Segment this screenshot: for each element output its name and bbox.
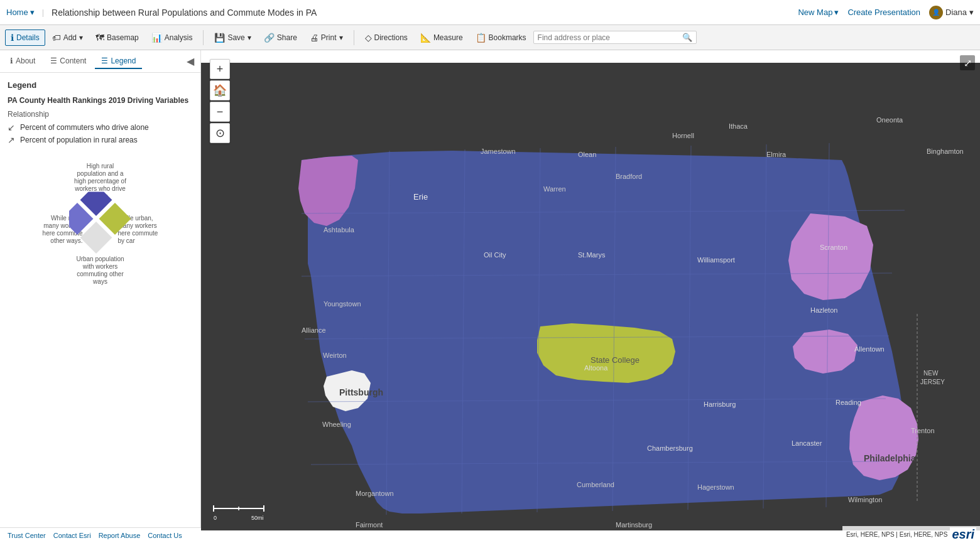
legend-item-2: ↗ Percent of population in rural areas (8, 135, 193, 145)
svg-text:Philadelphia: Philadelphia (864, 453, 916, 463)
about-label: About (16, 56, 35, 65)
svg-text:Cumberland: Cumberland (577, 481, 614, 488)
analysis-btn[interactable]: 📊 Analysis (146, 30, 199, 46)
attribution: Esri, HERE, NPS | Esri, HERE, NPS esri (842, 526, 980, 543)
directions-label: Directions (374, 33, 408, 42)
expand-btn[interactable]: ⤢ (960, 55, 975, 70)
bookmarks-btn[interactable]: 📋 Bookmarks (470, 30, 532, 46)
search-icon[interactable]: 🔍 (682, 33, 692, 42)
details-btn[interactable]: ℹ Details (5, 30, 45, 46)
user-chevron-icon: ▾ (969, 8, 974, 17)
bivariate-diamond-svg (69, 192, 132, 255)
add-chevron-icon: ▾ (79, 33, 83, 42)
sidebar-tabs: ℹ About ☰ Content ☰ Legend ◀ (0, 50, 200, 73)
new-map-chevron-icon: ▾ (834, 8, 839, 17)
home-extent-btn[interactable]: 🏠 (210, 80, 230, 100)
svg-text:Wheeling: Wheeling (322, 421, 351, 428)
legend-layer-title: PA County Health Rankings 2019 Driving V… (8, 96, 193, 105)
user-name: Diana (945, 8, 967, 17)
share-icon: 🔗 (264, 33, 275, 43)
svg-text:Elmira: Elmira (766, 151, 787, 158)
content-icon: ☰ (50, 56, 57, 65)
legend-item-1: ↙ Percent of commuters who drive alone (8, 122, 193, 132)
toolbar-left-group: ℹ Details 🏷 Add ▾ 🗺 Basemap 📊 Analysis (5, 30, 198, 46)
svg-text:Wilmington: Wilmington (848, 496, 882, 503)
legend-tab-label: Legend (111, 56, 136, 65)
legend-item-1-label: Percent of commuters who drive alone (20, 123, 149, 132)
sidebar: ℹ About ☰ Content ☰ Legend ◀ Legend PA C… (0, 50, 201, 543)
search-input[interactable] (538, 33, 680, 42)
tab-content[interactable]: ☰ Content (44, 54, 92, 69)
tab-about[interactable]: ℹ About (4, 54, 41, 69)
new-map-btn[interactable]: New Map ▾ (798, 8, 839, 17)
zoom-in-btn[interactable]: + (210, 59, 230, 79)
footer: Trust Center Contact Esri Report Abuse C… (0, 527, 201, 543)
legend-icon: ☰ (101, 56, 108, 65)
bookmarks-icon: 📋 (476, 33, 486, 43)
locate-btn[interactable]: ⊙ (210, 123, 230, 143)
title-separator: | (42, 8, 44, 17)
svg-text:Erie: Erie (413, 192, 428, 202)
about-icon: ℹ (10, 56, 13, 65)
home-link[interactable]: Home ▾ (6, 8, 35, 17)
svg-text:Ashtabula: Ashtabula (324, 226, 355, 234)
print-btn[interactable]: 🖨 Print ▾ (304, 30, 349, 46)
svg-text:Williamsport: Williamsport (697, 256, 735, 264)
save-chevron-icon: ▾ (248, 33, 251, 42)
save-btn[interactable]: 💾 Save ▾ (209, 30, 256, 46)
svg-text:Weirton: Weirton (323, 352, 347, 359)
save-label: Save (227, 33, 244, 42)
analysis-icon: 📊 (151, 33, 162, 43)
analysis-label: Analysis (165, 33, 193, 42)
svg-text:Oil City: Oil City (484, 251, 506, 259)
attribution-text: Esri, HERE, NPS | Esri, HERE, NPS (846, 531, 948, 538)
report-abuse-link[interactable]: Report Abuse (99, 532, 141, 539)
top-bar: Home ▾ | Relationship between Rural Popu… (0, 0, 980, 25)
contact-us-link[interactable]: Contact Us (148, 532, 182, 539)
tab-legend[interactable]: ☰ Legend (95, 54, 142, 69)
bivariate-legend: High rural population and a high percent… (8, 155, 193, 293)
zoom-out-btn[interactable]: − (210, 102, 230, 122)
svg-text:50mi: 50mi (251, 515, 264, 521)
svg-text:Allentown: Allentown (854, 345, 885, 353)
add-label: Add (63, 33, 77, 42)
svg-text:Youngstown: Youngstown (324, 300, 361, 308)
add-btn[interactable]: 🏷 Add ▾ (46, 30, 89, 46)
svg-text:NEW: NEW (923, 370, 939, 377)
esri-logo: esri (950, 527, 976, 542)
basemap-icon: 🗺 (95, 33, 104, 43)
contact-esri-link[interactable]: Contact Esri (53, 532, 91, 539)
map-area[interactable]: Ithaca Oneonta Hornell Binghamton Jamest… (201, 50, 980, 543)
directions-icon: ◇ (365, 33, 372, 43)
biv-bottom-label: Urban population with workers commuting … (72, 255, 129, 286)
measure-label: Measure (433, 33, 463, 42)
svg-text:Bradford: Bradford (616, 173, 642, 180)
svg-text:Scranton: Scranton (820, 244, 847, 251)
legend-item-2-label: Percent of population in rural areas (20, 136, 138, 144)
svg-text:Martinsburg: Martinsburg (616, 521, 652, 529)
print-label: Print (321, 33, 337, 42)
svg-text:Reading: Reading (836, 399, 861, 406)
svg-text:Morgantown: Morgantown (356, 490, 394, 497)
basemap-btn[interactable]: 🗺 Basemap (90, 30, 144, 46)
basemap-label: Basemap (107, 33, 139, 42)
sidebar-collapse-btn[interactable]: ◀ (184, 53, 197, 70)
home-label: Home (6, 8, 28, 17)
toolbar-right-group: 💾 Save ▾ 🔗 Share 🖨 Print ▾ ◇ Directions … (209, 30, 531, 46)
main-layout: ℹ About ☰ Content ☰ Legend ◀ Legend PA C… (0, 50, 980, 543)
create-presentation-btn[interactable]: Create Presentation (847, 8, 920, 17)
arrow-down-left-icon: ↙ (8, 122, 15, 132)
user-avatar: 👤 (929, 6, 943, 19)
user-menu[interactable]: 👤 Diana ▾ (929, 6, 974, 19)
measure-btn[interactable]: 📐 Measure (415, 30, 469, 46)
toolbar-separator-2 (354, 30, 354, 45)
directions-btn[interactable]: ◇ Directions (359, 30, 413, 46)
bookmarks-label: Bookmarks (489, 33, 526, 42)
city-label-ithaca: Ithaca (729, 122, 748, 130)
svg-text:State College: State College (591, 355, 640, 365)
share-btn[interactable]: 🔗 Share (258, 30, 303, 46)
share-label: Share (277, 33, 297, 42)
svg-text:Chambersburg: Chambersburg (647, 444, 693, 452)
save-icon: 💾 (214, 33, 225, 43)
trust-center-link[interactable]: Trust Center (8, 532, 46, 539)
